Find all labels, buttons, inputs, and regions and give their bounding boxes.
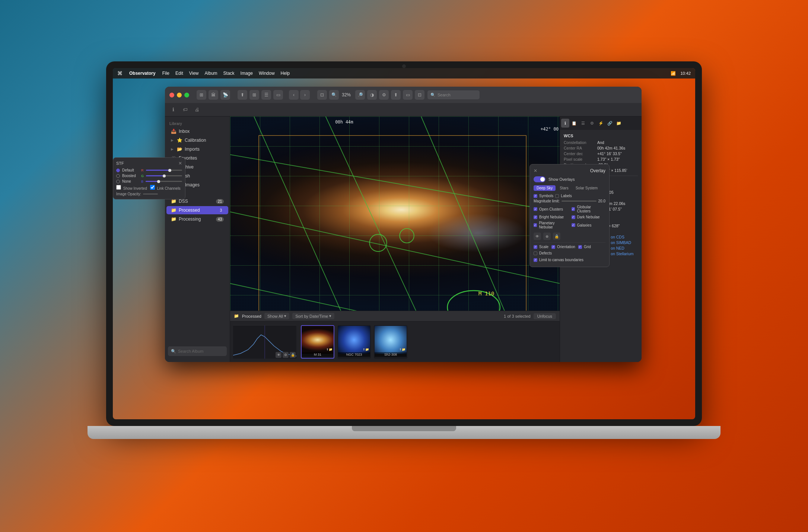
sidebar-item-processing[interactable]: 📁 Processing 43 (166, 215, 228, 223)
ov-tab-solar-system[interactable]: Solar System (573, 185, 601, 191)
menu-image[interactable]: Image (241, 71, 253, 76)
minimize-button[interactable] (177, 93, 182, 97)
filmstrip-icon[interactable]: ▭ (273, 90, 283, 100)
rp-tab-link[interactable]: 🔗 (606, 119, 614, 128)
globular-clusters-check[interactable]: ✓ (572, 207, 575, 211)
rp-tab-layers[interactable]: ⚡ (597, 119, 605, 128)
stf-link-channels-check[interactable]: Link Channels (150, 185, 181, 190)
overlay-close-area: ✕ (534, 168, 537, 173)
stf-default-radio[interactable] (116, 169, 120, 172)
ov-tab-deep-sky[interactable]: Deep Sky (534, 185, 556, 191)
grid-check[interactable]: ✓ (578, 245, 582, 249)
stf-opacity-slider[interactable] (143, 193, 158, 195)
symbols-check[interactable]: ✓ (534, 194, 537, 198)
menu-window[interactable]: Window (259, 71, 275, 76)
ov-tab-stars[interactable]: Stars (557, 185, 571, 191)
close-button[interactable] (169, 93, 174, 97)
back-button[interactable]: ‹ (289, 90, 299, 100)
adjust-icon[interactable]: ◑ (367, 90, 377, 100)
stf-close-button[interactable]: ✕ (178, 161, 182, 166)
histogram-eye-icon[interactable]: 👁 (276, 352, 281, 358)
zoom-icon[interactable]: 🔎 (355, 90, 365, 100)
film-thumb-ngc7023[interactable]: ⬆📁 NGC 7023 (337, 325, 371, 359)
open-clusters-label: Open Clusters (539, 207, 563, 211)
menu-stack[interactable]: Stack (223, 71, 235, 76)
gallery-icon[interactable]: ⊞ (197, 90, 206, 100)
rp-tab-metadata[interactable]: 📋 (570, 119, 578, 128)
film-thumb-sh2308[interactable]: ⬆📁 Sh2-308 (374, 325, 407, 359)
magnitude-slider[interactable] (562, 201, 597, 202)
rp-tab-info[interactable]: ℹ (561, 119, 569, 128)
menu-view[interactable]: View (189, 71, 199, 76)
histogram-settings-icon[interactable]: ⚙ (283, 352, 289, 358)
menu-observatory[interactable]: Observatory (129, 71, 156, 76)
panels-icon[interactable]: ▭ (403, 90, 413, 100)
film-thumb-m31[interactable]: ⬆📁 M 31 (301, 325, 334, 359)
globular-clusters-row: ✓ Globular Clusters (572, 205, 606, 213)
show-all-chevron: ▾ (284, 314, 286, 318)
camera (402, 64, 406, 68)
dark-nebulae-check[interactable]: ✓ (572, 215, 575, 219)
defects-check[interactable] (534, 251, 537, 255)
menu-file[interactable]: File (162, 71, 169, 76)
sort-button[interactable]: Sort by Date/Time ▾ (292, 313, 334, 319)
sidebar-item-processed[interactable]: 📁 Processed 3 (166, 206, 228, 214)
apple-menu[interactable]: ⌘ (117, 70, 123, 76)
rp-tab-folder[interactable]: 📁 (615, 119, 623, 128)
wcs-center-ra-row: Center RA 00h 42m 41.36s (564, 146, 638, 150)
share-icon[interactable]: ⬆ (391, 90, 401, 100)
rp-tab-settings[interactable]: ⚙ (588, 119, 596, 128)
stf-none-radio[interactable] (116, 180, 120, 183)
histogram-lock-icon[interactable]: 🔒 (290, 352, 296, 358)
library-icon[interactable]: 🏛 (209, 90, 218, 100)
stf-b-slider[interactable] (146, 181, 182, 182)
sidebar-item-imports[interactable]: ▶ 📂 Imports (166, 145, 228, 153)
stf-g-slider[interactable] (146, 175, 182, 176)
toolbar-info-icon[interactable]: ℹ (169, 105, 178, 114)
upload-icon[interactable]: ⬆ (238, 90, 247, 100)
bright-nebulae-check[interactable]: ✓ (534, 215, 537, 219)
menu-help[interactable]: Help (281, 71, 290, 76)
galaxies-check[interactable]: ✓ (572, 223, 575, 227)
stf-default-label: Default (122, 168, 139, 172)
fit-icon[interactable]: ⊡ (317, 90, 327, 100)
ov-eye-icon[interactable]: 👁 (534, 233, 541, 240)
ov-lock-icon[interactable]: 🔒 (553, 233, 560, 240)
settings-icon[interactable]: ⚙ (379, 90, 389, 100)
radio-icon[interactable]: 📡 (220, 90, 230, 100)
stf-show-inverted-check[interactable]: Show Inverted (116, 185, 147, 190)
film-strip: 👁 ⚙ 🔒 ⬆📁 M 31 (230, 321, 560, 362)
planetary-nebulae-check[interactable]: ✓ (534, 223, 537, 227)
bright-nebulae-row: ✓ Bright Nebulae (534, 215, 568, 219)
rp-tab-list[interactable]: ☰ (579, 119, 587, 128)
search-bar[interactable]: 🔍 Search (427, 90, 480, 99)
toolbar-tag-icon[interactable]: 🏷 (181, 105, 190, 114)
stf-boosted-radio[interactable] (116, 174, 120, 178)
fullscreen-button[interactable] (184, 93, 189, 97)
ov-target-icon[interactable]: ⊕ (543, 233, 551, 240)
forward-button[interactable]: › (300, 90, 310, 100)
grid-icon[interactable]: ⊞ (249, 90, 259, 100)
sidebar-item-inbox[interactable]: 📥 Inbox (166, 127, 228, 135)
menu-edit[interactable]: Edit (175, 71, 183, 76)
overlay-close-button[interactable]: ✕ (534, 168, 537, 173)
list-icon[interactable]: ☰ (261, 90, 271, 100)
show-all-button[interactable]: Show All ▾ (264, 313, 289, 319)
labels-check[interactable] (555, 194, 559, 198)
sidebar-item-calibration[interactable]: ▶ ⭐ Calibration (166, 136, 228, 144)
sidebar-dss-label: DSS (179, 199, 188, 204)
sidebar-search[interactable]: 🔍 Search Album (168, 346, 227, 356)
stf-r-slider[interactable] (146, 170, 182, 171)
zoom-fit-icon[interactable]: 🔍 (329, 90, 339, 100)
image-canvas[interactable]: M 110 10'├──────────┤ E N S (230, 116, 560, 311)
toolbar-print-icon[interactable]: 🖨 (193, 105, 201, 114)
open-clusters-check[interactable]: ✓ (534, 207, 537, 211)
menu-album[interactable]: Album (205, 71, 217, 76)
show-overlays-toggle[interactable] (534, 176, 545, 182)
orientation-check[interactable]: ✓ (551, 245, 555, 249)
split-icon[interactable]: ⊡ (415, 90, 424, 100)
unfocus-button[interactable]: Unfocus (534, 313, 556, 319)
wcs-pixel-scale-row: Pixel scale 1.73" × 1.73" (564, 157, 638, 161)
scale-check[interactable]: ✓ (534, 245, 537, 249)
canvas-boundaries-check[interactable]: ✓ (534, 258, 537, 262)
